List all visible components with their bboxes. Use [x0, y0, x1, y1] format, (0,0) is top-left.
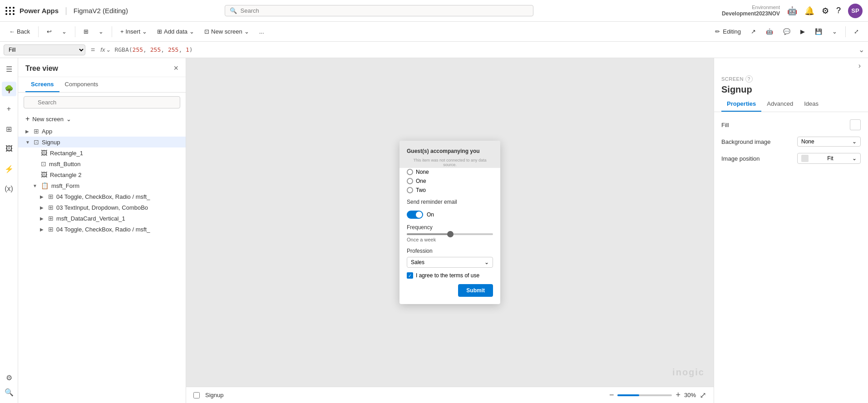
gear-icon[interactable]: ⚙ [822, 6, 829, 16]
new-screen-icon: ⊡ [204, 28, 209, 35]
sidebar-item-menu[interactable]: ☰ [2, 62, 16, 76]
new-screen-tree-chevron-icon: ⌄ [66, 116, 71, 123]
tree-close-button[interactable]: × [173, 64, 178, 73]
play-button[interactable]: ▶ [797, 26, 809, 37]
slider-thumb[interactable] [447, 231, 454, 237]
global-search-bar[interactable]: 🔍 [225, 5, 533, 16]
sidebar-item-search-bottom[interactable]: 🔍 [2, 385, 16, 399]
signup-label: Signup [42, 139, 178, 146]
more-options-button[interactable]: ... [256, 26, 268, 37]
tab-ideas[interactable]: Ideas [799, 97, 824, 112]
copilot-icon[interactable]: 🤖 [787, 6, 797, 16]
tree-item-rectangle1[interactable]: 🖼 Rectangle_1 [18, 147, 186, 158]
main-layout: ☰ 🌳 + ⊞ 🖼 ⚡ (x) ⚙ 🔍 Tree view × Screens … [0, 58, 868, 403]
profession-dropdown[interactable]: Sales ⌄ [407, 257, 493, 268]
submit-row: Submit [407, 284, 493, 297]
plus-icon: + [120, 28, 124, 35]
sidebar-item-tree[interactable]: 🌳 [2, 82, 16, 96]
screen-help-icon[interactable]: ? [745, 75, 753, 83]
tree-item-signup[interactable]: ▼ ⊡ Signup [18, 137, 186, 147]
tree-item-toggle2[interactable]: ▶ ⊞ 04 Toggle, CheckBox, Radio / msft_ [18, 224, 186, 235]
tree-item-textinput[interactable]: ▶ ⊞ 03 TextInput, Dropdown, ComboBo [18, 202, 186, 213]
frequency-slider[interactable] [407, 233, 493, 235]
sidebar-item-insert[interactable]: + [2, 102, 16, 116]
fill-color-swatch[interactable] [850, 119, 861, 130]
property-dropdown[interactable]: Fill [4, 44, 85, 55]
bg-image-chevron-icon: ⌄ [852, 138, 857, 145]
new-screen-tree-button[interactable]: + New screen ⌄ [18, 112, 186, 126]
search-input[interactable] [241, 7, 528, 14]
radio-none-button[interactable] [407, 169, 413, 175]
agree-checkbox[interactable]: ✓ [407, 272, 413, 279]
fullscreen-button[interactable]: ⤢ [850, 26, 863, 37]
tree-item-toggle1[interactable]: ▶ ⊞ 04 Toggle, CheckBox, Radio / msft_ [18, 191, 186, 202]
copilot-toolbar-button[interactable]: 🤖 [762, 26, 777, 37]
editing-mode-button[interactable]: ✏ Editing [711, 26, 745, 37]
help-icon[interactable]: ? [836, 6, 841, 15]
new-screen-button[interactable]: ⊡ New screen ⌄ [201, 26, 253, 37]
app-chevron-icon: ▶ [25, 129, 31, 134]
radio-one-button[interactable] [407, 178, 413, 184]
formula-expand-icon[interactable]: ⌄ [858, 45, 864, 54]
sidebar-item-variables[interactable]: (x) [2, 182, 16, 196]
canvas-screen-checkbox[interactable] [193, 392, 200, 398]
img-position-dropdown[interactable]: Fit ⌄ [797, 153, 861, 164]
right-panel-expand-icon[interactable]: › [858, 62, 861, 70]
fill-property-row: Fill [721, 119, 861, 130]
property-selector[interactable]: Fill [4, 44, 85, 55]
layout-dropdown[interactable]: ⌄ [95, 26, 107, 37]
bg-image-label: Background image [721, 138, 770, 145]
tree-item-datacard[interactable]: ▶ ⊞ msft_DataCard_Vertical_1 [18, 213, 186, 224]
user-avatar[interactable]: SP [848, 4, 863, 18]
bell-icon[interactable]: 🔔 [804, 6, 814, 16]
apps-grid-icon[interactable] [5, 7, 15, 15]
back-button[interactable]: ← Back [5, 26, 34, 37]
submit-button[interactable]: Submit [458, 284, 493, 297]
tree-item-msft-form[interactable]: ▼ 📋 msft_Form [18, 180, 186, 191]
fit-screen-button[interactable]: ⤢ [700, 390, 706, 400]
bg-image-dropdown[interactable]: None ⌄ [797, 137, 861, 147]
reminder-toggle[interactable] [407, 211, 423, 219]
zoom-slider[interactable] [617, 394, 672, 396]
rect1-image-icon: 🖼 [41, 149, 47, 157]
share-button[interactable]: ↗ [747, 26, 760, 37]
right-panel-header: SCREEN ? Signup [714, 70, 868, 97]
tree-search-input[interactable] [24, 96, 180, 108]
sidebar-item-data[interactable]: ⊞ [2, 122, 16, 136]
tab-screens[interactable]: Screens [25, 77, 59, 92]
tree-item-app[interactable]: ▶ ⊞ App [18, 126, 186, 137]
tree-item-msft-button[interactable]: ⊡ msft_Button [18, 158, 186, 169]
right-panel: › SCREEN ? Signup Properties Advanced Id… [714, 58, 868, 403]
save-chevron[interactable]: ⌄ [829, 26, 841, 37]
insert-button[interactable]: + Insert ⌄ [117, 26, 151, 37]
tab-advanced[interactable]: Advanced [761, 97, 799, 112]
canvas-screen-label: Signup [205, 392, 223, 398]
form-preview: Guest(s) accompanying you This item was … [399, 141, 500, 304]
right-panel-content: Fill Background image None ⌄ Image posit… [714, 112, 868, 403]
save-button[interactable]: 💾 [811, 26, 826, 37]
comment-button[interactable]: 💬 [779, 26, 794, 37]
tree-item-rectangle2[interactable]: 🖼 Rectangle 2 [18, 169, 186, 180]
icon-bar: ☰ 🌳 + ⊞ 🖼 ⚡ (x) ⚙ 🔍 [0, 58, 18, 403]
zoom-in-button[interactable]: + [676, 390, 681, 400]
radio-two-label: Two [416, 187, 426, 193]
undo-dropdown[interactable]: ⌄ [58, 26, 70, 37]
add-data-button[interactable]: ⊞ Add data ⌄ [153, 26, 198, 37]
zoom-out-button[interactable]: − [609, 390, 614, 400]
sidebar-item-power-automate[interactable]: ⚡ [2, 162, 16, 176]
sidebar-item-media[interactable]: 🖼 [2, 142, 16, 156]
formula-input[interactable]: RGBA(255, 255, 255, 1) [114, 46, 855, 53]
layout-button[interactable]: ⊞ [80, 26, 92, 37]
sidebar-item-settings[interactable]: ⚙ [2, 370, 16, 385]
new-screen-chevron-icon: ⌄ [244, 28, 249, 35]
tab-components[interactable]: Components [59, 77, 104, 92]
radio-group: None One Two [407, 169, 493, 193]
fx-label[interactable]: fx ⌄ [100, 46, 111, 53]
radio-two-button[interactable] [407, 187, 413, 193]
undo-button[interactable]: ↩ [43, 26, 55, 37]
tab-properties[interactable]: Properties [721, 97, 761, 112]
add-data-icon: ⊞ [157, 28, 162, 35]
tree-tabs: Screens Components [18, 77, 186, 93]
reminder-toggle-row: Send reminder email [407, 199, 493, 205]
top-nav: Power Apps | FigmaV2 (Editing) 🔍 Environ… [0, 0, 868, 22]
